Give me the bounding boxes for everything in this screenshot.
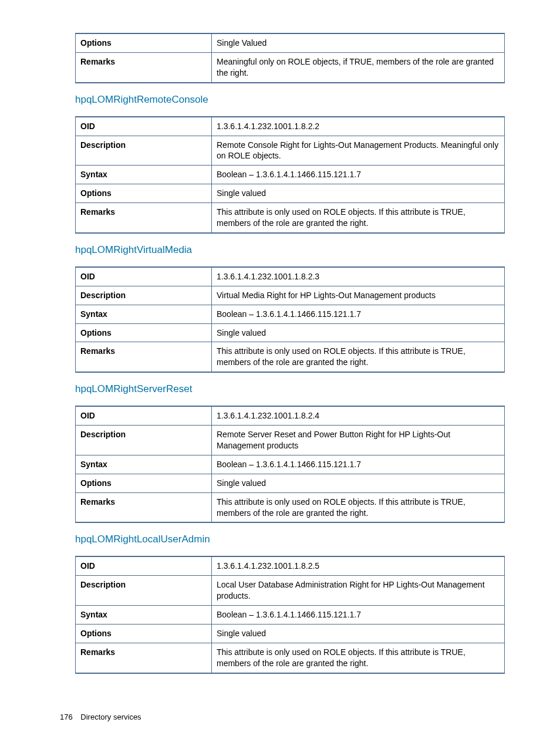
table-row: Options Single valued: [76, 323, 505, 342]
row-label-remarks: Remarks: [76, 492, 212, 522]
row-value-syntax: Boolean – 1.3.6.1.4.1.1466.115.121.1.7: [212, 455, 505, 474]
table-row: Remarks This attribute is only used on R…: [76, 203, 505, 233]
row-value-syntax: Boolean – 1.3.6.1.4.1.1466.115.121.1.7: [212, 305, 505, 323]
row-value-remarks: This attribute is only used on ROLE obje…: [212, 643, 505, 673]
attribute-table: OID 1.3.6.1.4.1.232.1001.1.8.2.3 Descrip…: [75, 266, 505, 373]
row-label-options: Options: [76, 625, 212, 643]
row-label-description: Description: [76, 286, 212, 305]
row-value-remarks: This attribute is only used on ROLE obje…: [212, 342, 505, 372]
row-value-oid: 1.3.6.1.4.1.232.1001.1.8.2.3: [212, 267, 505, 286]
section-heading: hpqLOMRightVirtualMedia: [75, 244, 505, 256]
row-value-syntax: Boolean – 1.3.6.1.4.1.1466.115.121.1.7: [212, 166, 505, 184]
page-content: Options Single Valued Remarks Meaningful…: [0, 0, 560, 674]
table-row: Remarks This attribute is only used on R…: [76, 643, 505, 673]
section-heading: hpqLOMRightRemoteConsole: [75, 94, 505, 106]
section-heading: hpqLOMRightLocalUserAdmin: [75, 534, 505, 545]
page-number: 176: [60, 713, 73, 721]
table-row: Description Local User Database Administ…: [76, 576, 505, 606]
row-label-syntax: Syntax: [76, 606, 212, 625]
row-label-syntax: Syntax: [76, 305, 212, 323]
table-row: Remarks This attribute is only used on R…: [76, 492, 505, 522]
row-value-syntax: Boolean – 1.3.6.1.4.1.1466.115.121.1.7: [212, 606, 505, 625]
row-label-remarks: Remarks: [76, 52, 212, 82]
table-row: Syntax Boolean – 1.3.6.1.4.1.1466.115.12…: [76, 305, 505, 323]
table-row: Options Single valued: [76, 184, 505, 203]
section-heading: hpqLOMRightServerReset: [75, 383, 505, 395]
footer-section-title: Directory services: [80, 713, 141, 721]
table-row: OID 1.3.6.1.4.1.232.1001.1.8.2.5: [76, 556, 505, 575]
table-row: Remarks This attribute is only used on R…: [76, 342, 505, 372]
table-row: Syntax Boolean – 1.3.6.1.4.1.1466.115.12…: [76, 166, 505, 184]
page-footer: 176 Directory services: [60, 713, 141, 721]
table-row: Syntax Boolean – 1.3.6.1.4.1.1466.115.12…: [76, 606, 505, 625]
row-value-remarks: This attribute is only used on ROLE obje…: [212, 492, 505, 522]
row-label-remarks: Remarks: [76, 342, 212, 372]
row-label-syntax: Syntax: [76, 166, 212, 184]
row-label-remarks: Remarks: [76, 203, 212, 233]
row-label-description: Description: [76, 576, 212, 606]
row-label-remarks: Remarks: [76, 643, 212, 673]
row-label-options: Options: [76, 184, 212, 203]
table-row: Remarks Meaningful only on ROLE objects,…: [76, 52, 505, 82]
row-value-description: Remote Server Reset and Power Button Rig…: [212, 426, 505, 455]
table-row: Options Single valued: [76, 625, 505, 643]
table-row: OID 1.3.6.1.4.1.232.1001.1.8.2.4: [76, 406, 505, 425]
row-label-options: Options: [76, 323, 212, 342]
row-label-syntax: Syntax: [76, 455, 212, 474]
table-row: Description Virtual Media Right for HP L…: [76, 286, 505, 305]
table-row: Options Single valued: [76, 474, 505, 492]
row-label-options: Options: [76, 474, 212, 492]
table-row: OID 1.3.6.1.4.1.232.1001.1.8.2.3: [76, 267, 505, 286]
table-row: Syntax Boolean – 1.3.6.1.4.1.1466.115.12…: [76, 455, 505, 474]
row-value-options: Single valued: [212, 474, 505, 492]
row-value-remarks: This attribute is only used on ROLE obje…: [212, 203, 505, 233]
row-value-options: Single valued: [212, 625, 505, 643]
row-value-description: Local User Database Administration Right…: [212, 576, 505, 606]
table-row: Description Remote Server Reset and Powe…: [76, 426, 505, 455]
attribute-table: OID 1.3.6.1.4.1.232.1001.1.8.2.5 Descrip…: [75, 556, 505, 673]
row-value-options: Single Valued: [212, 33, 505, 52]
row-value-description: Virtual Media Right for HP Lights-Out Ma…: [212, 286, 505, 305]
table-row: Options Single Valued: [76, 33, 505, 52]
row-value-options: Single valued: [212, 184, 505, 203]
row-label-oid: OID: [76, 556, 212, 575]
row-label-description: Description: [76, 136, 212, 166]
row-value-options: Single valued: [212, 323, 505, 342]
attribute-table: OID 1.3.6.1.4.1.232.1001.1.8.2.4 Descrip…: [75, 406, 505, 523]
row-value-oid: 1.3.6.1.4.1.232.1001.1.8.2.5: [212, 556, 505, 575]
attribute-table: OID 1.3.6.1.4.1.232.1001.1.8.2.2 Descrip…: [75, 116, 505, 234]
table-row: Description Remote Console Right for Lig…: [76, 136, 505, 166]
table-row: OID 1.3.6.1.4.1.232.1001.1.8.2.2: [76, 117, 505, 136]
row-label-oid: OID: [76, 117, 212, 136]
row-value-description: Remote Console Right for Lights-Out Mana…: [212, 136, 505, 166]
row-label-oid: OID: [76, 267, 212, 286]
row-value-oid: 1.3.6.1.4.1.232.1001.1.8.2.2: [212, 117, 505, 136]
row-label-description: Description: [76, 426, 212, 455]
row-value-oid: 1.3.6.1.4.1.232.1001.1.8.2.4: [212, 406, 505, 425]
attribute-table-partial: Options Single Valued Remarks Meaningful…: [75, 33, 505, 83]
row-label-options: Options: [76, 33, 212, 52]
row-label-oid: OID: [76, 406, 212, 425]
row-value-remarks: Meaningful only on ROLE objects, if TRUE…: [212, 52, 505, 82]
